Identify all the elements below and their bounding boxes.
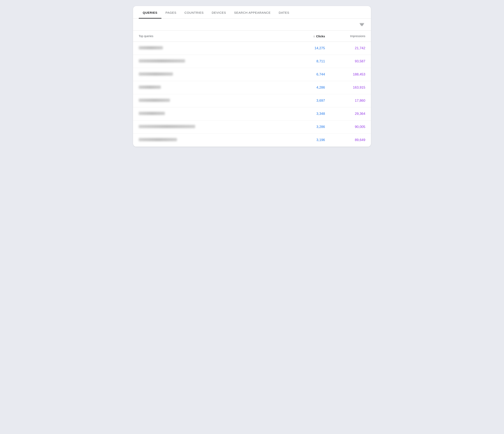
col-header-impressions[interactable]: Impressions — [325, 35, 365, 38]
impressions-cell: 17,860 — [325, 99, 365, 103]
impressions-cell: 93,587 — [325, 59, 365, 63]
blurred-query-text — [139, 85, 161, 89]
tab-devices[interactable]: DEVICES — [208, 6, 230, 18]
table-row[interactable]: 14,275 21,742 — [133, 42, 371, 55]
clicks-cell: 8,711 — [289, 59, 325, 63]
table-row[interactable]: 3,348 29,364 — [133, 107, 371, 120]
clicks-cell: 6,744 — [289, 73, 325, 76]
query-cell — [139, 46, 289, 50]
blurred-query-text — [139, 73, 173, 76]
clicks-cell: 14,275 — [289, 46, 325, 50]
impressions-cell: 89,649 — [325, 138, 365, 142]
tab-dates[interactable]: DATES — [275, 6, 293, 18]
query-cell — [139, 112, 289, 116]
clicks-cell: 3,697 — [289, 99, 325, 103]
table-row[interactable]: 4,286 163,915 — [133, 81, 371, 94]
tabs-bar: QUERIES PAGES COUNTRIES DEVICES SEARCH A… — [133, 6, 371, 18]
blurred-query-text — [139, 46, 163, 49]
query-cell — [139, 59, 289, 63]
impressions-cell: 163,915 — [325, 85, 365, 90]
clicks-cell: 4,286 — [289, 85, 325, 90]
impressions-cell: 29,364 — [325, 112, 365, 116]
blurred-query-text — [139, 99, 170, 102]
clicks-cell: 3,286 — [289, 125, 325, 129]
table-row[interactable]: 3,697 17,860 — [133, 94, 371, 107]
query-cell — [139, 85, 289, 90]
col-header-clicks[interactable]: ↓ Clicks — [289, 34, 325, 38]
impressions-cell: 90,005 — [325, 125, 365, 129]
table-row[interactable]: 6,744 188,453 — [133, 68, 371, 81]
query-cell — [139, 99, 289, 103]
main-card: QUERIES PAGES COUNTRIES DEVICES SEARCH A… — [133, 6, 371, 147]
impressions-cell: 188,453 — [325, 73, 365, 76]
blurred-query-text — [139, 59, 185, 63]
filter-button[interactable] — [359, 22, 365, 27]
tab-search-appearance[interactable]: SEARCH APPEARANCE — [230, 6, 275, 18]
clicks-cell: 3,348 — [289, 112, 325, 116]
table-body: 14,275 21,742 8,711 93,587 6,744 188,453… — [133, 42, 371, 147]
impressions-cell: 21,742 — [325, 46, 365, 50]
tab-pages[interactable]: PAGES — [162, 6, 180, 18]
table-row[interactable]: 3,286 90,005 — [133, 120, 371, 134]
col-header-query: Top queries — [139, 35, 289, 38]
table-row[interactable]: 3,196 89,649 — [133, 134, 371, 147]
table-header: Top queries ↓ Clicks Impressions — [133, 31, 371, 42]
sort-arrow-icon: ↓ — [313, 34, 315, 38]
query-cell — [139, 125, 289, 129]
blurred-query-text — [139, 112, 165, 115]
blurred-query-text — [139, 125, 195, 128]
clicks-cell: 3,196 — [289, 138, 325, 142]
query-cell — [139, 73, 289, 76]
tab-queries[interactable]: QUERIES — [139, 6, 162, 18]
query-cell — [139, 138, 289, 142]
table-row[interactable]: 8,711 93,587 — [133, 55, 371, 68]
tab-countries[interactable]: COUNTRIES — [180, 6, 208, 18]
blurred-query-text — [139, 138, 177, 141]
filter-bar — [133, 18, 371, 31]
